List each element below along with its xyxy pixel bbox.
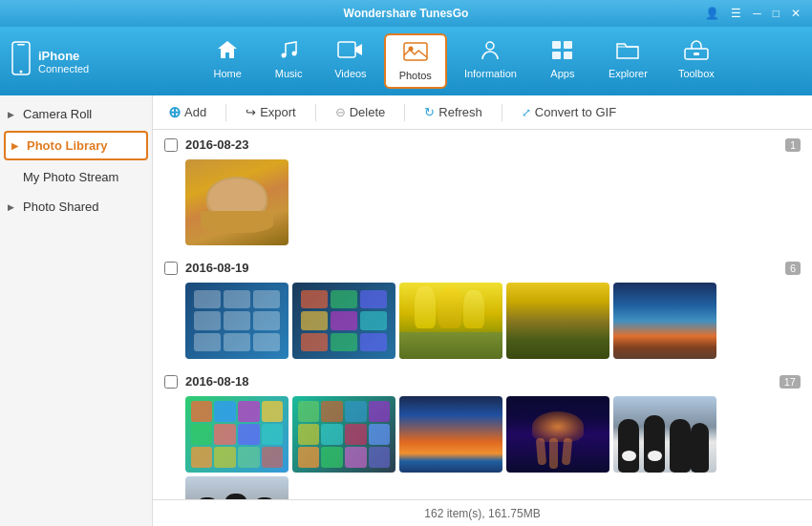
photo-ios-2[interactable]	[292, 283, 395, 359]
nav-item-photos[interactable]: Photos	[384, 33, 447, 89]
date-checkbox-2[interactable]	[164, 262, 178, 275]
svg-point-8	[486, 42, 494, 50]
nav-item-toolbox[interactable]: Toolbox	[665, 33, 728, 89]
nav-item-home[interactable]: Home	[199, 33, 256, 89]
date-checkbox-3[interactable]	[164, 375, 178, 389]
photo-jellyfish[interactable]	[506, 396, 609, 473]
content-area[interactable]: 2016-08-23 1	[153, 130, 812, 499]
date-group-2016-08-18: 2016-08-18 17	[164, 374, 801, 499]
photo-thumb-dog[interactable]	[185, 159, 288, 245]
sidebar-item-my-photo-stream[interactable]: My Photo Stream	[0, 162, 152, 192]
photo-sunset-rocks[interactable]	[613, 283, 716, 359]
date-count-2: 6	[785, 262, 801, 275]
sidebar-item-wrapper-photo-library: ▶ Photo Library	[0, 131, 152, 160]
date-header-left-2: 2016-08-19	[164, 261, 249, 275]
delete-button[interactable]: ⊖ Delete	[331, 103, 390, 121]
title-bar: Wondershare TunesGo 👤 ☰ ─ □ ✕	[0, 0, 812, 27]
photo-library-arrow: ▶	[11, 141, 18, 151]
home-icon	[216, 39, 239, 66]
sidebar-item-photo-library[interactable]: ▶ Photo Library	[4, 131, 148, 160]
date-header-2: 2016-08-19 6	[164, 261, 801, 275]
menu-icon[interactable]: ☰	[727, 5, 745, 22]
nav-bar: iPhone Connected Home Music Videos	[0, 27, 812, 95]
sep1	[225, 104, 226, 121]
svg-point-3	[282, 53, 287, 58]
photo-grid-3	[164, 396, 801, 499]
sidebar: ▶ Camera Roll ▶ Photo Library My Photo S…	[0, 95, 153, 526]
sep4	[502, 104, 502, 121]
svg-rect-11	[552, 52, 561, 59]
photo-apps-1[interactable]	[185, 396, 288, 473]
apps-label: Apps	[550, 68, 574, 79]
sep3	[404, 104, 405, 121]
photo-shared-arrow: ▶	[8, 202, 14, 212]
refresh-button[interactable]: ↻ Refresh	[420, 103, 486, 121]
refresh-icon: ↻	[424, 105, 435, 119]
photo-ios-1[interactable]	[185, 283, 288, 359]
explorer-label: Explorer	[609, 68, 648, 79]
date-label-2: 2016-08-19	[185, 261, 249, 275]
photo-library-label: Photo Library	[27, 138, 108, 153]
add-label: Add	[184, 105, 206, 119]
content-wrapper: 2016-08-23 1	[153, 130, 812, 526]
sep2	[315, 104, 316, 121]
date-group-2016-08-23: 2016-08-23 1	[164, 137, 801, 245]
device-icon	[10, 41, 32, 81]
sidebar-item-photo-shared[interactable]: ▶ Photo Shared	[0, 192, 152, 221]
close-icon[interactable]: ✕	[787, 5, 804, 22]
information-icon	[478, 39, 502, 66]
my-photo-stream-label: My Photo Stream	[23, 170, 118, 184]
sidebar-item-wrapper-photo-shared: ▶ Photo Shared	[0, 192, 152, 221]
photo-ocean-sunset[interactable]	[399, 396, 502, 473]
photo-penguins-2[interactable]	[185, 476, 288, 499]
videos-icon	[337, 39, 364, 66]
date-label-3: 2016-08-18	[185, 374, 249, 389]
nav-item-apps[interactable]: Apps	[534, 33, 591, 89]
home-label: Home	[214, 68, 242, 79]
svg-rect-0	[12, 42, 30, 74]
photos-icon	[403, 41, 428, 68]
nav-items: Home Music Videos Photos	[124, 33, 802, 89]
svg-point-4	[292, 52, 297, 56]
convert-gif-button[interactable]: ⤢ Convert to GIF	[518, 103, 620, 121]
export-label: Export	[260, 105, 296, 119]
photo-penguins-1[interactable]	[613, 396, 716, 473]
svg-rect-10	[564, 41, 572, 49]
photo-grid-2	[164, 283, 801, 359]
date-checkbox-1[interactable]	[164, 138, 178, 152]
date-count-3: 17	[780, 375, 801, 389]
convert-label: Convert to GIF	[535, 105, 616, 119]
add-icon: ⊕	[168, 103, 181, 121]
camera-roll-label: Camera Roll	[23, 107, 92, 121]
maximize-icon[interactable]: □	[769, 5, 783, 22]
photo-tulips-1[interactable]	[399, 283, 502, 359]
add-button[interactable]: ⊕ Add	[164, 101, 210, 123]
svg-rect-9	[552, 41, 561, 49]
toolbox-icon	[683, 39, 710, 66]
music-icon	[277, 39, 300, 66]
export-button[interactable]: ↪ Export	[242, 103, 300, 121]
svg-rect-14	[694, 53, 699, 55]
minimize-icon[interactable]: ─	[749, 5, 765, 22]
device-info: iPhone Connected	[10, 41, 124, 81]
svg-point-2	[20, 71, 23, 74]
nav-item-music[interactable]: Music	[260, 33, 317, 89]
bottom-status: 162 item(s), 161.75MB	[153, 499, 812, 526]
photo-apps-2[interactable]	[292, 396, 395, 473]
user-icon[interactable]: 👤	[701, 5, 723, 22]
app-title: Wondershare TunesGo	[344, 7, 469, 20]
music-label: Music	[275, 68, 303, 79]
explorer-icon	[615, 39, 640, 66]
delete-label: Delete	[350, 105, 386, 119]
sidebar-item-camera-roll[interactable]: ▶ Camera Roll	[0, 99, 152, 129]
photo-shared-label: Photo Shared	[23, 200, 99, 214]
date-header-1: 2016-08-23 1	[164, 137, 801, 152]
photo-grid-1	[164, 159, 801, 245]
nav-item-explorer[interactable]: Explorer	[595, 33, 661, 89]
nav-item-information[interactable]: Information	[451, 33, 530, 89]
device-status: Connected	[38, 63, 89, 74]
svg-rect-5	[338, 42, 355, 57]
delete-icon: ⊖	[335, 105, 346, 119]
nav-item-videos[interactable]: Videos	[321, 33, 379, 89]
photo-tulips-2[interactable]	[506, 283, 609, 359]
